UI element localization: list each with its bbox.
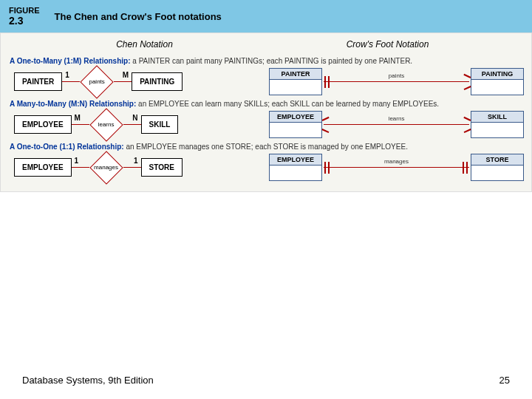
relation-verb: paints — [389, 72, 404, 79]
entity-box: STORE — [471, 154, 524, 181]
relation-line: 1 — [123, 167, 141, 168]
cardinality: 1 — [75, 157, 79, 165]
relationship-diamond: paints — [80, 73, 114, 91]
chen-column-header: Chen Notation — [23, 39, 266, 50]
entity-box: SKILL — [141, 115, 179, 134]
slide-footer: Database Systems, 9th Edition 25 — [22, 375, 510, 386]
entity-box: PAINTING — [132, 72, 183, 91]
figure-title: The Chen and Crow's Foot notations — [55, 11, 222, 22]
relationship-diamond: learns — [89, 116, 123, 134]
crowsfoot-diagram: PAINTERpaintsPAINTING — [269, 68, 524, 95]
chen-diagram: EMPLOYEE1manages1STORE — [8, 158, 269, 177]
crowsfoot-symbol — [460, 160, 471, 175]
relation-verb: learns — [389, 115, 405, 122]
relation-line: 1 — [72, 167, 89, 168]
relation-line: N — [123, 124, 141, 126]
relationship-description: A One-to-One (1:1) Relationship: an EMPL… — [8, 140, 524, 154]
relationship-description: A One-to-Many (1:M) Relationship: a PAIN… — [8, 54, 524, 68]
crowsfoot-diagram: EMPLOYEEmanagesSTORE — [269, 154, 524, 181]
crowsfoot-diagram: EMPLOYEElearnsSKILL — [269, 111, 524, 138]
relationship-description: A Many-to-Many (M:N) Relationship: an EM… — [8, 97, 524, 111]
entity-box: STORE — [141, 158, 183, 177]
cardinality: N — [132, 114, 137, 122]
cardinality: M — [123, 71, 129, 79]
footer-text: Database Systems, 9th Edition — [22, 375, 154, 386]
relationship-row: EMPLOYEE1manages1STOREEMPLOYEEmanagesSTO… — [8, 154, 524, 181]
relation-verb: manages — [384, 158, 409, 165]
relation-line: paints — [324, 81, 469, 83]
crowsfoot-symbol — [322, 160, 332, 175]
relationship-diamond: manages — [89, 159, 123, 177]
figure-label-block: FIGURE 2.3 — [9, 6, 40, 27]
entity-box: EMPLOYEE — [14, 158, 72, 177]
cardinality: 1 — [134, 157, 138, 165]
figure-label: FIGURE — [9, 6, 40, 15]
entity-box: PAINTER — [14, 72, 62, 91]
relationship-row: EMPLOYEEMlearnsNSKILLEMPLOYEElearnsSKILL — [8, 111, 524, 138]
entity-box: EMPLOYEE — [14, 115, 72, 134]
page-number: 25 — [499, 375, 510, 386]
entity-box: PAINTING — [471, 68, 524, 95]
entity-box: EMPLOYEE — [269, 154, 322, 181]
relationship-row: PAINTER1paintsMPAINTINGPAINTERpaintsPAIN… — [8, 68, 524, 95]
figure-number: 2.3 — [9, 15, 40, 27]
entity-box: EMPLOYEE — [269, 111, 322, 138]
column-headers: Chen Notation Crow's Foot Notation — [8, 39, 524, 54]
crowsfoot-symbol — [322, 117, 332, 132]
relation-line: M — [114, 81, 132, 83]
relation-line: manages — [324, 167, 469, 168]
cardinality: 1 — [65, 71, 69, 79]
crow-column-header: Crow's Foot Notation — [266, 39, 509, 50]
cardinality: M — [75, 114, 81, 122]
relation-line: learns — [324, 124, 469, 126]
chen-diagram: EMPLOYEEMlearnsNSKILL — [8, 115, 269, 134]
diagram-panel: Chen Notation Crow's Foot Notation A One… — [0, 33, 532, 192]
crowsfoot-symbol — [460, 75, 471, 89]
entity-box: PAINTER — [269, 68, 322, 95]
chen-diagram: PAINTER1paintsMPAINTING — [8, 72, 269, 91]
crowsfoot-symbol — [322, 75, 332, 89]
relation-line: M — [72, 124, 89, 126]
relation-line: 1 — [62, 81, 80, 83]
crowsfoot-symbol — [460, 117, 471, 132]
figure-header: FIGURE 2.3 The Chen and Crow's Foot nota… — [0, 0, 532, 33]
entity-box: SKILL — [471, 111, 524, 138]
